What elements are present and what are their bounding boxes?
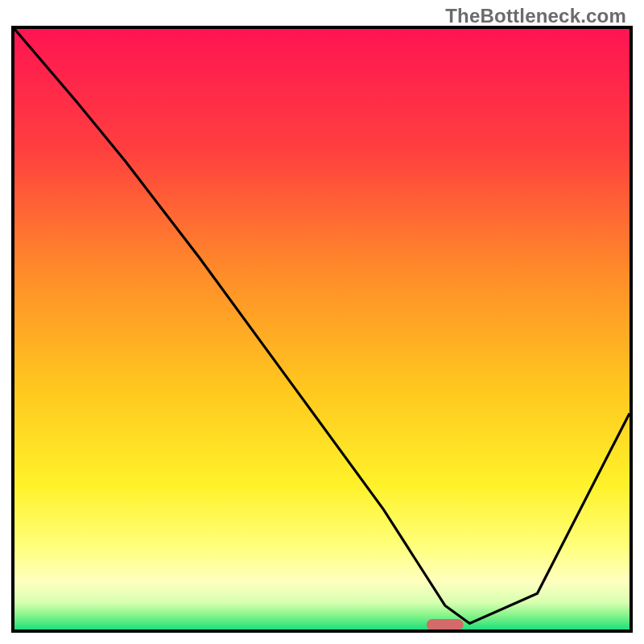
watermark-text: TheBottleneck.com [445,5,626,27]
optimal-marker [427,619,464,630]
gradient-background [14,29,630,630]
bottleneck-chart [14,29,630,630]
chart-frame [11,26,633,633]
